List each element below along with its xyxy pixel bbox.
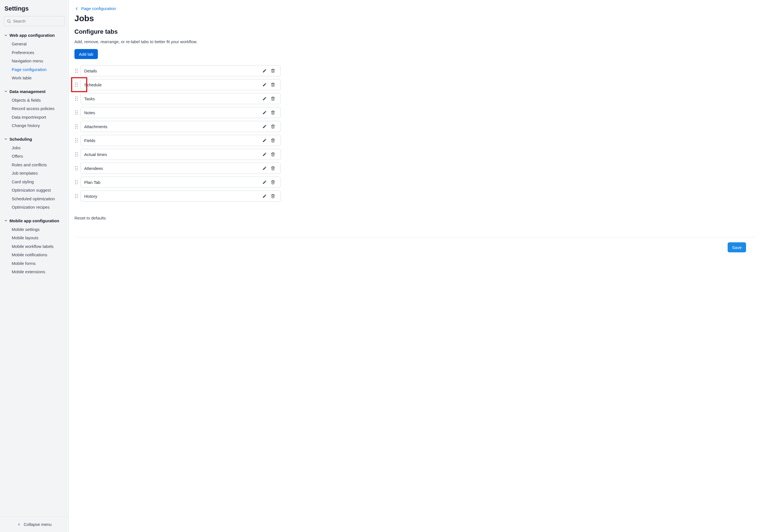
tab-row: Attachments (74, 121, 281, 132)
svg-point-51 (77, 180, 78, 181)
sidebar-item[interactable]: Data import/export (12, 113, 65, 122)
svg-point-58 (75, 196, 76, 197)
drag-handle-icon[interactable] (74, 194, 78, 198)
delete-button[interactable] (269, 150, 277, 158)
drag-handle-icon[interactable] (74, 166, 78, 170)
edit-button[interactable] (261, 136, 269, 144)
delete-button[interactable] (269, 192, 277, 200)
tab-card: Tasks (81, 93, 281, 104)
sidebar-item[interactable]: General (12, 40, 65, 49)
chevron-left-icon (74, 6, 79, 11)
svg-line-1 (10, 22, 11, 23)
svg-point-19 (77, 100, 78, 101)
delete-button[interactable] (269, 67, 277, 75)
delete-button[interactable] (269, 81, 277, 89)
svg-point-29 (77, 126, 78, 127)
tab-card: Notes (81, 107, 281, 118)
edit-button[interactable] (261, 164, 269, 172)
footer-bar: Save (74, 237, 756, 259)
tab-card: Attendees (81, 163, 281, 174)
add-tab-button[interactable]: Add tab (74, 49, 98, 59)
pencil-icon (262, 194, 267, 198)
sidebar-item[interactable]: Job templates (12, 169, 65, 178)
svg-point-34 (75, 140, 76, 141)
sidebar-item[interactable]: Mobile settings (12, 225, 65, 234)
delete-button[interactable] (269, 108, 277, 117)
sidebar-item[interactable]: Navigation menu (12, 57, 65, 66)
tab-card: Attachments (81, 121, 281, 132)
delete-button[interactable] (269, 178, 277, 186)
tab-card: Details (81, 65, 281, 76)
pencil-icon (262, 69, 267, 73)
svg-point-38 (75, 152, 76, 153)
sidebar-item[interactable]: Optimization suggest (12, 186, 65, 195)
svg-point-10 (75, 85, 76, 85)
sidebar-item[interactable]: Page configuration (12, 66, 65, 74)
edit-button[interactable] (261, 95, 269, 103)
drag-handle-icon[interactable] (74, 96, 78, 101)
sidebar-item[interactable]: Mobile forms (12, 259, 65, 268)
trash-icon (271, 138, 275, 142)
reset-to-defaults-link[interactable]: Reset to defaults (74, 216, 106, 220)
drag-handle-icon[interactable] (74, 69, 78, 73)
sidebar-item[interactable]: Mobile workflow labels (12, 242, 65, 251)
collapse-menu-button[interactable]: Collapse menu (0, 516, 69, 532)
drag-handle-icon[interactable] (74, 138, 78, 142)
edit-button[interactable] (261, 178, 269, 186)
tab-label: Fields (84, 138, 261, 143)
sidebar-item[interactable]: Mobile layouts (12, 234, 65, 242)
edit-button[interactable] (261, 150, 269, 158)
tab-card: Fields (81, 135, 281, 146)
tab-row: Actual times (74, 149, 281, 160)
sidebar-item[interactable]: Change history (12, 122, 65, 130)
breadcrumb-link-page-configuration[interactable]: Page configuration (81, 6, 116, 11)
nav-section-header[interactable]: Mobile app configuration (4, 218, 65, 224)
nav-section: SchedulingJobsOffersRules and conflictsJ… (4, 136, 65, 212)
drag-handle-icon[interactable] (74, 110, 78, 115)
nav-section-header[interactable]: Data management (4, 89, 65, 95)
nav-section-header[interactable]: Scheduling (4, 136, 65, 142)
svg-point-53 (77, 182, 78, 183)
trash-icon (271, 83, 275, 87)
sidebar-item[interactable]: Work table (12, 74, 65, 83)
search-input[interactable] (4, 16, 65, 26)
sidebar-item[interactable]: Offers (12, 152, 65, 161)
sidebar-item[interactable]: Optimization recipes (12, 203, 65, 212)
tabs-list: DetailsScheduleTasksNotesAttachmentsFiel… (74, 65, 281, 202)
drag-handle-icon[interactable] (74, 83, 78, 87)
svg-point-12 (75, 86, 76, 87)
edit-button[interactable] (261, 122, 269, 131)
delete-button[interactable] (269, 164, 277, 172)
pencil-icon (262, 180, 267, 184)
sidebar-item[interactable]: Record access policies (12, 105, 65, 113)
sidebar-item[interactable]: Jobs (12, 144, 65, 152)
svg-point-5 (77, 71, 78, 71)
svg-point-47 (77, 168, 78, 169)
sidebar-title: Settings (4, 5, 65, 12)
drag-handle-icon[interactable] (74, 180, 78, 184)
trash-icon (271, 124, 275, 129)
nav-section-header[interactable]: Web app configuration (4, 32, 65, 38)
edit-button[interactable] (261, 108, 269, 117)
drag-handle-icon[interactable] (74, 124, 78, 129)
svg-point-16 (75, 98, 76, 99)
save-button[interactable]: Save (728, 242, 746, 252)
sidebar-item[interactable]: Mobile notifications (12, 251, 65, 259)
sidebar-item[interactable]: Mobile extensions (12, 268, 65, 276)
delete-button[interactable] (269, 95, 277, 103)
edit-button[interactable] (261, 67, 269, 75)
sidebar-item[interactable]: Scheduled optimization (12, 195, 65, 203)
delete-button[interactable] (269, 136, 277, 144)
tab-card: Plan Tab (81, 176, 281, 188)
trash-icon (271, 96, 275, 101)
sidebar-item[interactable]: Rules and conflicts (12, 161, 65, 169)
sidebar-item[interactable]: Card styling (12, 178, 65, 186)
pencil-icon (262, 166, 267, 170)
delete-button[interactable] (269, 122, 277, 131)
edit-button[interactable] (261, 192, 269, 200)
edit-button[interactable] (261, 81, 269, 89)
sidebar-item[interactable]: Objects & fields (12, 96, 65, 105)
sidebar-item[interactable]: Preferences (12, 49, 65, 57)
svg-point-3 (77, 69, 78, 70)
drag-handle-icon[interactable] (74, 152, 78, 156)
